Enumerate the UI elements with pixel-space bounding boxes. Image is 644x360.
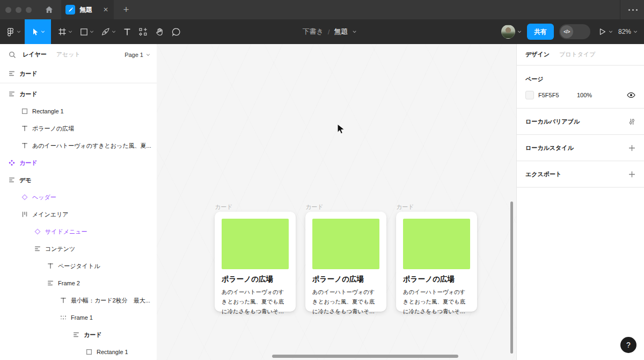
actions-button[interactable] <box>135 19 151 44</box>
card-title[interactable]: ポラーノの広場 <box>222 275 289 284</box>
text-tool-button[interactable] <box>120 19 135 44</box>
move-tool-button[interactable] <box>25 19 51 44</box>
present-button[interactable] <box>599 28 613 35</box>
layer-row-instance[interactable]: サイドメニュー <box>0 223 157 240</box>
window-overflow-menu-icon[interactable] <box>628 0 638 19</box>
local-variables-label: ローカルバリアブル <box>525 118 580 126</box>
layers-panel: レイヤー アセット Page 1 カード カード Rectangle 1 <box>0 44 157 360</box>
export-row[interactable]: エクスポート <box>517 161 644 187</box>
vertical-scrollbar[interactable] <box>510 201 513 354</box>
layer-row-text[interactable]: 最小幅：カード2枚分 最大... <box>0 292 157 309</box>
main-menu-button[interactable] <box>2 19 25 44</box>
zoom-menu[interactable]: 82% <box>618 28 638 35</box>
shape-tool-button[interactable] <box>76 19 98 44</box>
card-image-rectangle[interactable] <box>312 219 379 269</box>
pen-tool-button[interactable] <box>98 19 120 44</box>
breadcrumb-folder[interactable]: 下書き <box>303 27 324 37</box>
new-tab-button[interactable]: + <box>118 0 134 19</box>
layer-row-instance[interactable]: ヘッダー <box>0 189 157 206</box>
layer-row-card[interactable]: カード <box>0 85 157 103</box>
share-button[interactable]: 共有 <box>527 24 554 40</box>
add-export-plus-icon[interactable] <box>628 171 635 178</box>
card-body-text[interactable]: あのイーハトーヴォのすきとおった風、夏でも底に冷たさをもつ青いそら、う... <box>312 287 380 316</box>
card-frame[interactable]: ポラーノの広場 あのイーハトーヴォのすきとおった風、夏でも底に冷たさをもつ青いそ… <box>305 212 386 312</box>
search-icon[interactable] <box>9 51 16 59</box>
export-label: エクスポート <box>525 170 561 178</box>
layer-row-component[interactable]: カード <box>0 154 157 171</box>
tab-assets[interactable]: アセット <box>56 51 80 59</box>
layer-row-frame[interactable]: デモ <box>0 171 157 189</box>
layer-row-frame[interactable]: カード <box>0 326 157 343</box>
frame-icon <box>58 27 67 36</box>
layer-row-frame[interactable]: メインエリア <box>0 206 157 223</box>
tab-close-icon[interactable]: ✕ <box>102 5 109 14</box>
close-window-icon[interactable] <box>5 7 11 13</box>
home-button[interactable] <box>41 2 56 17</box>
breadcrumb-separator: / <box>328 28 330 36</box>
help-button[interactable]: ? <box>620 337 636 353</box>
color-swatch[interactable] <box>525 91 534 99</box>
layer-row-text[interactable]: あのイーハトーヴォのすきとおった風、夏... <box>0 137 157 154</box>
frame-label[interactable]: カード <box>396 203 414 211</box>
design-panel-tabs: デザイン プロトタイプ <box>517 44 644 66</box>
hand-tool-button[interactable] <box>151 19 168 44</box>
tab-layers[interactable]: レイヤー <box>23 51 47 59</box>
card-frame[interactable]: ポラーノの広場 あのイーハトーヴォのすきとおった風、夏でも底に冷たさをもつ青いそ… <box>215 212 296 312</box>
frame-tool-button[interactable] <box>54 19 76 44</box>
color-hex-value[interactable]: F5F5F5 <box>538 92 577 98</box>
layer-row-text[interactable]: ページタイトル <box>0 257 157 275</box>
avatar[interactable] <box>501 25 515 39</box>
rectangle-icon <box>21 108 28 114</box>
add-style-plus-icon[interactable] <box>628 145 635 152</box>
layer-row-rectangle[interactable]: Rectangle 1 <box>0 343 157 360</box>
frame-label[interactable]: カード <box>305 203 324 211</box>
comment-tool-button[interactable] <box>168 19 185 44</box>
canvas[interactable]: カード カード カード ポラーノの広場 あのイーハトーヴォのすきとおった風、夏で… <box>157 44 516 360</box>
breadcrumb: 下書き / 無題 <box>303 19 357 44</box>
local-styles-row[interactable]: ローカルスタイル <box>517 134 644 161</box>
card-image-rectangle[interactable] <box>403 219 470 269</box>
layer-row-frame[interactable]: Frame 1 <box>0 309 157 326</box>
card-image-rectangle[interactable] <box>222 219 289 269</box>
page-selector[interactable]: Page 1 <box>125 52 150 58</box>
horizontal-scrollbar[interactable] <box>272 355 458 358</box>
tab-design[interactable]: デザイン <box>525 51 550 59</box>
hand-icon <box>155 27 164 37</box>
frame-label[interactable]: カード <box>215 203 233 211</box>
chevron-down-icon[interactable] <box>352 30 356 34</box>
card-body-text[interactable]: あのイーハトーヴォのすきとおった風、夏でも底に冷たさをもつ青いそら、う... <box>222 287 289 316</box>
card-body-text[interactable]: あのイーハトーヴォのすきとおった風、夏でも底に冷たさをもつ青いそら、う... <box>403 287 471 316</box>
play-icon <box>599 28 606 35</box>
card-title[interactable]: ポラーノの広場 <box>312 275 379 284</box>
layer-row-text[interactable]: ポラーノの広場 <box>0 120 157 137</box>
layer-sticky-parent[interactable]: カード <box>0 65 157 83</box>
local-variables-row[interactable]: ローカルバリアブル <box>517 108 644 134</box>
layer-row-frame[interactable]: コンテンツ <box>0 240 157 257</box>
breadcrumb-file-name[interactable]: 無題 <box>334 27 348 37</box>
chevron-down-icon <box>146 53 150 57</box>
variables-sliders-icon[interactable] <box>628 118 635 125</box>
visibility-eye-icon[interactable] <box>627 92 635 98</box>
account-menu[interactable] <box>501 25 522 39</box>
maximize-window-icon[interactable] <box>26 7 32 13</box>
layer-label: ヘッダー <box>32 193 56 201</box>
file-tab[interactable]: 無題 ✕ <box>61 0 114 19</box>
page-selector-label: Page 1 <box>125 52 143 58</box>
card-frame[interactable]: ポラーノの広場 あのイーハトーヴォのすきとおった風、夏でも底に冷たさをもつ青いそ… <box>396 212 477 312</box>
layer-label: カード <box>19 159 38 167</box>
tab-title: 無題 <box>79 5 92 15</box>
layer-row-frame[interactable]: Frame 2 <box>0 275 157 292</box>
text-layer-icon <box>21 142 28 149</box>
rectangle-icon <box>86 349 92 355</box>
dev-mode-toggle[interactable]: </> <box>559 24 590 39</box>
layer-row-rectangle[interactable]: Rectangle 1 <box>0 103 157 120</box>
minimize-window-icon[interactable] <box>16 7 21 13</box>
color-opacity-value[interactable]: 100% <box>577 92 592 98</box>
toolbar-right-cluster: 共有 </> 82% <box>501 19 638 44</box>
card-title[interactable]: ポラーノの広場 <box>403 275 470 284</box>
traffic-lights[interactable] <box>5 7 32 13</box>
tab-prototype[interactable]: プロトタイプ <box>559 51 596 59</box>
auto-layout-horizontal-icon <box>21 211 28 218</box>
chevron-down-icon <box>90 30 94 34</box>
layer-label: カード <box>19 70 38 78</box>
